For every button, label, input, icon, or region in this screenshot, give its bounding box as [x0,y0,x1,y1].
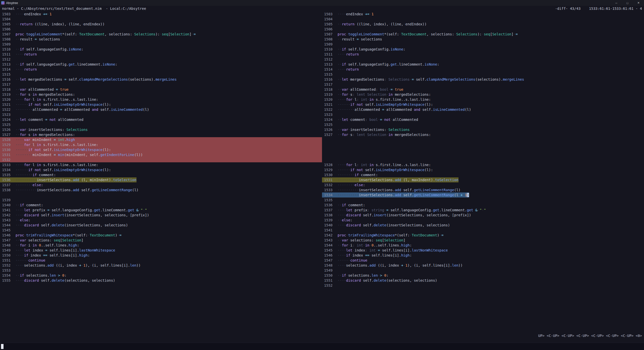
code-line[interactable]: 1539··else: [322,218,644,223]
code-line[interactable]: 1513··if·self.languageConfig.get.lineCom… [322,62,644,67]
code-line[interactable]: 1541····let·prefix·=·self.languageConfig… [0,208,322,213]
code-line[interactable]: 1519··for·s: lent Selection·in·mergedSel… [322,92,644,97]
code-line[interactable]: 1533····for·l·in·s.first.line..s.last.li… [0,162,322,167]
code-line[interactable]: 1518··var·allCommented·=·true [0,87,322,92]
code-line[interactable]: 1537········else: [0,182,322,187]
code-line[interactable]: 1552····selections.add·((i,·index·+·1),·… [0,263,322,268]
code-line[interactable]: 1507proc·toggleLineComment*(self:·TextDo… [322,32,644,37]
code-line[interactable]: 1521······if·not·self.isLineEmptyOrWhite… [0,102,322,107]
code-line[interactable]: 1530········if·comment: [322,172,644,177]
code-line[interactable]: 1551······continue [0,258,322,263]
command-line[interactable] [0,343,644,350]
code-line[interactable]: 1550··if·selections.len·>·0: [322,273,644,278]
code-line[interactable]: 1542····discard·self.insert(insertSelect… [0,213,322,218]
code-line[interactable]: 1536··········insertSelections.add·(l,·m… [0,177,322,182]
code-line[interactable]: 1519··for·s·in·mergedSelections: [0,92,322,97]
code-line[interactable]: 1537····let·prefix: string·=·self.langua… [322,208,644,213]
code-line[interactable]: 1547··var·selections:·seq[Selection] [0,238,322,243]
code-line[interactable]: 1520····for·l·in·s.first.line..s.last.li… [0,97,322,102]
code-line[interactable]: 1511····return [322,52,644,57]
code-line[interactable]: 1510··if·self.languageConfig.isNone: [322,47,644,52]
code-line[interactable]: 1533··········insertSelections.add·self.… [322,187,644,192]
code-line[interactable]: 1544····discard·self.delete(insertSelect… [0,223,322,228]
code-line[interactable]: 1532 [0,157,322,162]
maximize-button[interactable]: □ [622,0,633,6]
code-line[interactable]: 1540··if·comment: [0,203,322,208]
code-line[interactable]: 1535 [322,197,644,203]
code-line[interactable]: 1536··if·comment: [322,203,644,208]
code-line[interactable]: 1527··for·s: lent Selection·in·mergedSel… [322,132,644,137]
code-line[interactable]: 1549····let·index·=·self.lines[i].lastNo… [0,248,322,253]
code-line[interactable]: 1509 [322,42,644,47]
code-line[interactable]: 1516··let·mergedSelections: Selections·=… [322,77,644,82]
code-line[interactable]: 1524··let·comment: bool·=·not·allComment… [322,117,644,122]
code-line[interactable]: 1555····discard·self.delete(selections,·… [0,278,322,283]
code-line[interactable]: 1542proc·trimTrailingWhitespace*(self:·T… [322,233,644,238]
code-line[interactable]: 1529····for·l·in·s.first.line..s.last.li… [0,142,322,147]
code-line[interactable]: 1538····discard·self.insert(insertSelect… [322,213,644,218]
code-line[interactable]: 1504 [0,17,322,22]
code-line[interactable]: 1551····discard·self.delete(selections,·… [322,278,644,283]
code-line[interactable]: 1531········minIndent·=·min(minIndent,·s… [0,152,322,157]
code-line[interactable]: 1511····return [0,52,322,57]
code-line[interactable]: 1534······if·not·self.isLineEmptyOrWhite… [0,167,322,172]
code-line[interactable]: 1535········if·comment: [0,172,322,177]
code-line[interactable]: 1546proc·trimTrailingWhitespace*(self:·T… [0,233,322,238]
code-line[interactable]: 1512 [0,57,322,62]
code-line[interactable]: 1531··········insertSelections.add·(l,·m… [322,177,644,182]
code-line[interactable]: 1514····return [322,67,644,72]
code-line[interactable]: 1512 [322,57,644,62]
code-line[interactable]: 1523 [322,112,644,117]
code-line[interactable]: 1550····if·index·==·self.lines[i].high: [0,253,322,258]
code-line[interactable]: 1534··········insertSelections.add·self.… [322,192,644,197]
code-line[interactable]: 1532········else: [322,182,644,187]
code-line[interactable]: 1526··var·insertSelections:·Selections [0,127,322,132]
code-line[interactable]: 1545····let·index: int·=·self.lines[i].l… [322,248,644,253]
code-line[interactable]: 1544··for·i: int·in·0..self.lines.high: [322,243,644,248]
code-line[interactable]: 1517 [0,82,322,87]
code-line[interactable]: 1505··return·((line,·index),·(line,·endI… [322,22,644,27]
code-line[interactable]: 1530······if·not·self.isLineEmptyOrWhite… [0,147,322,152]
code-line[interactable]: 1525 [322,122,644,127]
code-line[interactable]: 1516··let·mergedSelections·=·self.clampA… [0,77,322,82]
code-line[interactable]: 1523 [0,112,322,117]
code-line[interactable]: 1525 [0,122,322,127]
code-line[interactable]: 1505··return·((line,·index),·(line,·endI… [0,22,322,27]
code-line[interactable]: 1546····if·index·==·self.lines[i].high: [322,253,644,258]
code-line[interactable]: 1539 [0,197,322,203]
code-line[interactable]: 1521······if·not·self.isLineEmptyOrWhite… [322,102,644,107]
code-line[interactable]: 1553 [0,268,322,273]
close-button[interactable]: ✕ [633,0,644,6]
code-line[interactable]: 1506 [0,27,322,32]
code-line[interactable]: 1506 [322,27,644,32]
code-line[interactable]: 1554··if·selections.len·>·0: [0,273,322,278]
code-line[interactable]: 1549 [322,268,644,273]
code-line[interactable]: 1545 [0,228,322,233]
code-line[interactable]: 1520····for·l: int·in·s.first.line..s.la… [322,97,644,102]
code-line[interactable]: 1510··if·self.languageConfig.isNone: [0,47,322,52]
code-line[interactable]: 1541 [322,228,644,233]
diff-pane-right[interactable]: 1503····endIndex·+=·115041505··return·((… [322,12,644,288]
code-line[interactable]: 1504 [322,17,644,22]
code-line[interactable]: 1517 [322,82,644,87]
code-line[interactable]: 1509 [0,42,322,47]
code-line[interactable]: 1508··result·=·selections [322,37,644,42]
code-line[interactable]: 1514····return [0,67,322,72]
code-line[interactable]: 1515 [0,72,322,77]
code-line[interactable]: 1522········allCommented·=·allCommented·… [0,107,322,112]
code-line[interactable]: 1508··result·=·selections [0,37,322,42]
code-line[interactable]: 1528····var·minIndent·=·int.high [0,137,322,142]
code-line[interactable]: 1529······if·not·self.isLineEmptyOrWhite… [322,167,644,172]
code-line[interactable]: 1538··········insertSelections.add·self.… [0,187,322,192]
code-line[interactable]: 1527··for·s·in·mergedSelections: [0,132,322,137]
diff-pane-left[interactable]: 1503····endIndex·+=·115041505··return·((… [0,12,322,288]
code-line[interactable]: 1528····for·l: int·in·s.first.line..s.la… [322,162,644,167]
code-line[interactable]: 1515 [322,72,644,77]
code-line[interactable]: 1503····endIndex·+=·1 [0,12,322,17]
code-line[interactable]: 1540····discard·self.delete(insertSelect… [322,223,644,228]
code-line[interactable]: 1543··else: [0,218,322,223]
code-line[interactable]: 1503····endIndex·+=·1 [322,12,644,17]
code-line[interactable]: 1526··var·insertSelections:·Selections [322,127,644,132]
code-line[interactable]: 1513··if·self.languageConfig.get.lineCom… [0,62,322,67]
code-line[interactable]: 1547······continue [322,258,644,263]
